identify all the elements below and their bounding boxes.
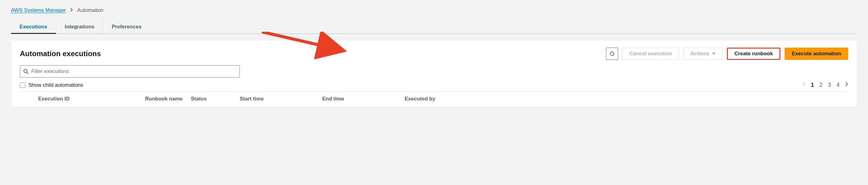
- cancel-execution-button[interactable]: Cancel execution: [622, 48, 679, 60]
- table-header-execution-id[interactable]: Execution ID: [38, 96, 145, 102]
- show-child-automations-checkbox[interactable]: Show child automations: [20, 82, 83, 88]
- create-runbook-button[interactable]: Create runbook: [727, 48, 781, 60]
- breadcrumb-root-link[interactable]: AWS Systems Manager: [11, 7, 66, 13]
- actions-dropdown-button[interactable]: Actions: [683, 48, 722, 60]
- table-header-start-time[interactable]: Start time: [240, 96, 322, 102]
- action-button-row: Cancel execution Actions Create runbook …: [606, 48, 848, 60]
- chevron-right-icon: [70, 7, 73, 13]
- chevron-left-icon: [802, 82, 805, 87]
- svg-line-4: [27, 72, 28, 74]
- table-header-row: Execution ID Runbook name Status Start t…: [20, 91, 848, 107]
- filter-input-wrapper[interactable]: [20, 65, 240, 78]
- paginator-page-1[interactable]: 1: [811, 82, 814, 88]
- refresh-button[interactable]: [606, 48, 618, 60]
- svg-line-1: [262, 32, 341, 50]
- refresh-icon: [609, 51, 615, 57]
- paginator-next[interactable]: [845, 82, 848, 88]
- svg-marker-2: [610, 54, 611, 55]
- show-child-checkbox-input[interactable]: [20, 83, 25, 88]
- breadcrumb: AWS Systems Manager Automation: [11, 7, 857, 13]
- actions-label: Actions: [690, 51, 709, 57]
- caret-down-icon: [712, 53, 716, 55]
- table-header-executed-by[interactable]: Executed by: [405, 96, 848, 102]
- filter-input[interactable]: [31, 68, 237, 74]
- tab-executions[interactable]: Executions: [11, 20, 56, 34]
- tab-bar: Executions Integrations Preferences: [11, 20, 857, 34]
- search-icon: [23, 69, 29, 74]
- tab-preferences[interactable]: Preferences: [103, 20, 150, 34]
- table-header-end-time[interactable]: End time: [322, 96, 405, 102]
- paginator: 1 2 3 4: [802, 82, 848, 88]
- paginator-page-2[interactable]: 2: [819, 82, 823, 88]
- panel-title: Automation executions: [20, 50, 101, 58]
- breadcrumb-current: Automation: [77, 7, 103, 13]
- paginator-prev[interactable]: [802, 82, 805, 88]
- execute-automation-button[interactable]: Execute automation: [785, 48, 848, 60]
- executions-panel: Automation executions Cancel execution A…: [11, 40, 857, 107]
- svg-point-3: [24, 69, 27, 73]
- tab-integrations[interactable]: Integrations: [56, 20, 103, 34]
- table-header-status[interactable]: Status: [191, 96, 240, 102]
- paginator-page-4[interactable]: 4: [837, 82, 840, 88]
- chevron-right-icon: [845, 82, 848, 87]
- table-header-runbook-name[interactable]: Runbook name: [145, 96, 191, 102]
- paginator-page-3[interactable]: 3: [828, 82, 831, 88]
- show-child-label: Show child automations: [28, 82, 83, 88]
